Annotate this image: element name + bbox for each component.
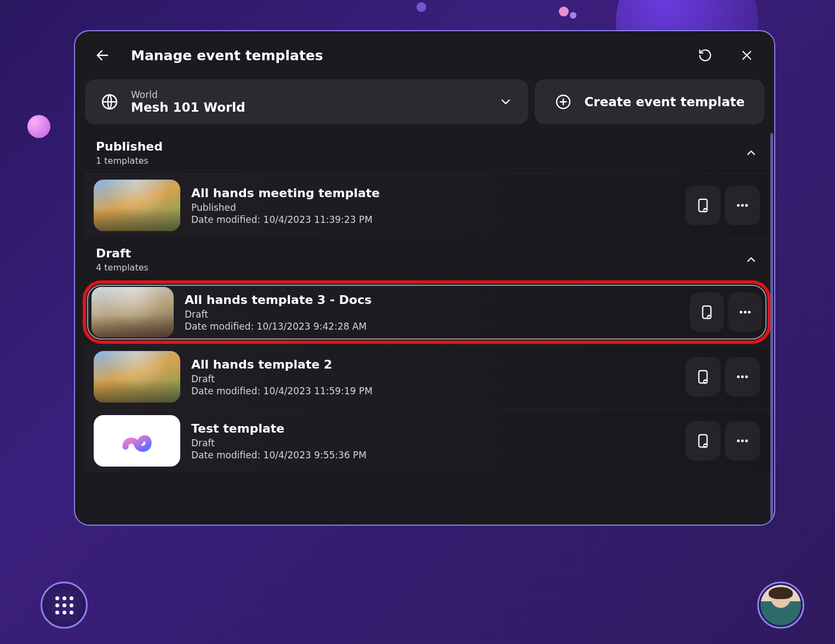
section-title: Draft — [96, 246, 745, 260]
toolbar: World Mesh 101 World Create event templa… — [75, 79, 774, 131]
template-meta: All hands meeting template Published Dat… — [191, 186, 674, 225]
svg-point-12 — [744, 311, 747, 314]
section-title: Published — [96, 140, 745, 153]
app-grid-button[interactable] — [41, 582, 88, 629]
svg-point-13 — [748, 311, 751, 314]
create-template-button[interactable]: Create event template — [535, 79, 764, 124]
svg-point-24 — [741, 440, 744, 442]
more-button[interactable] — [725, 421, 760, 461]
manage-templates-window: Manage event templates World Mesh 101 Wo… — [74, 30, 775, 526]
grid-icon — [55, 596, 73, 614]
titlebar: Manage event templates — [75, 31, 774, 79]
template-status: Draft — [185, 309, 679, 320]
svg-rect-22 — [704, 445, 707, 446]
close-icon — [740, 49, 753, 62]
more-icon — [737, 304, 753, 320]
template-row[interactable]: All hands template 2 Draft Date modified… — [85, 345, 769, 408]
avatar-icon — [760, 585, 801, 625]
more-button[interactable] — [728, 292, 762, 332]
section-subtitle: 1 templates — [96, 156, 745, 166]
more-button[interactable] — [725, 186, 760, 225]
chevron-up-icon — [745, 146, 758, 159]
template-status: Published — [191, 202, 674, 213]
template-date: Date modified: 10/13/2023 9:42:28 AM — [185, 321, 679, 332]
svg-point-23 — [737, 440, 740, 442]
svg-point-11 — [740, 311, 742, 314]
template-meta: All hands template 3 - Docs Draft Date m… — [185, 293, 679, 332]
section-header[interactable]: Published 1 templates — [85, 131, 769, 174]
more-button[interactable] — [725, 357, 760, 396]
svg-rect-10 — [708, 317, 711, 318]
template-date: Date modified: 10/4/2023 11:39:23 PM — [191, 214, 674, 225]
device-icon — [695, 197, 711, 214]
device-icon — [699, 304, 715, 320]
template-list[interactable]: Published 1 templates All hands meeting … — [75, 131, 774, 525]
template-status: Draft — [191, 438, 674, 449]
close-button[interactable] — [734, 42, 760, 68]
world-name: Mesh 101 World — [131, 100, 487, 114]
section-header[interactable]: Draft 4 templates — [85, 238, 769, 280]
svg-point-17 — [737, 376, 740, 378]
chevron-down-icon — [499, 95, 513, 109]
svg-point-5 — [737, 204, 740, 207]
template-row[interactable]: Test template Draft Date modified: 10/4/… — [85, 409, 769, 472]
create-template-label: Create event template — [584, 95, 745, 109]
add-circle-icon — [554, 93, 572, 111]
refresh-button[interactable] — [692, 42, 718, 68]
template-title: Test template — [191, 422, 674, 435]
template-row[interactable]: All hands template 3 - Docs Draft Date m… — [83, 280, 771, 344]
planet-dot — [570, 12, 576, 19]
template-title: All hands template 3 - Docs — [185, 293, 679, 307]
template-thumbnail — [94, 415, 180, 467]
device-button[interactable] — [690, 292, 724, 332]
svg-rect-4 — [704, 210, 707, 211]
more-icon — [734, 197, 751, 214]
device-button[interactable] — [685, 421, 720, 461]
svg-point-7 — [745, 204, 748, 207]
more-icon — [734, 433, 751, 449]
template-row[interactable]: All hands meeting template Published Dat… — [85, 174, 769, 237]
device-icon — [695, 369, 711, 385]
template-date: Date modified: 10/4/2023 9:55:36 PM — [191, 450, 674, 461]
planet-dot — [416, 2, 426, 12]
template-actions — [685, 421, 760, 461]
svg-rect-16 — [704, 381, 707, 382]
section-subtitle: 4 templates — [96, 262, 745, 273]
template-title: All hands meeting template — [191, 186, 674, 200]
template-thumbnail — [94, 351, 180, 403]
page-title: Manage event templates — [131, 48, 323, 64]
template-date: Date modified: 10/4/2023 11:59:19 PM — [191, 386, 674, 396]
refresh-icon — [698, 48, 712, 62]
world-selector[interactable]: World Mesh 101 World — [85, 79, 528, 124]
avatar-button[interactable] — [757, 582, 804, 629]
template-meta: Test template Draft Date modified: 10/4/… — [191, 422, 674, 461]
template-title: All hands template 2 — [191, 358, 674, 371]
template-meta: All hands template 2 Draft Date modified… — [191, 358, 674, 396]
template-status: Draft — [191, 373, 674, 384]
svg-point-19 — [745, 376, 748, 378]
svg-point-6 — [741, 204, 744, 207]
world-label: World — [131, 89, 487, 100]
template-actions — [685, 186, 760, 225]
template-actions — [690, 292, 762, 332]
template-thumbnail — [94, 180, 180, 231]
more-icon — [734, 369, 751, 385]
device-icon — [695, 433, 711, 449]
device-button[interactable] — [685, 186, 720, 225]
template-thumbnail — [91, 287, 174, 337]
back-button[interactable] — [89, 42, 116, 68]
device-button[interactable] — [685, 357, 720, 396]
globe-icon — [100, 93, 119, 111]
chevron-up-icon — [745, 253, 758, 266]
arrow-left-icon — [95, 48, 110, 63]
planet-decoration — [27, 115, 50, 138]
template-actions — [685, 357, 760, 396]
planet-dot — [559, 7, 569, 16]
svg-point-18 — [741, 376, 744, 378]
svg-point-25 — [745, 440, 748, 442]
